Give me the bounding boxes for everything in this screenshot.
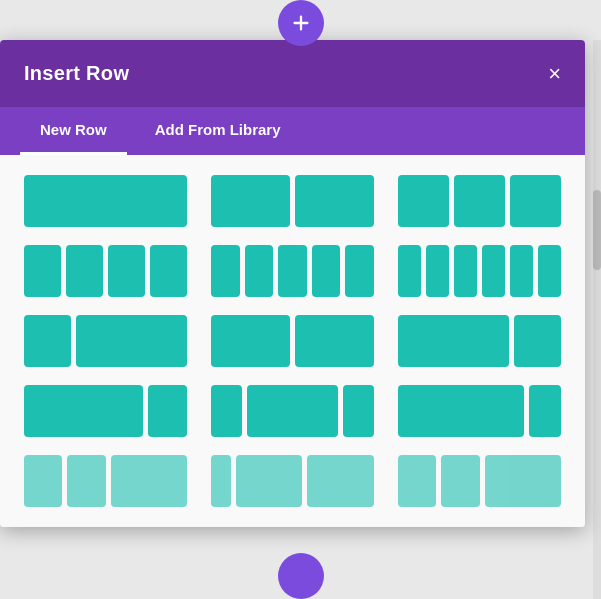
tab-new-row[interactable]: New Row: [20, 107, 127, 155]
col-block: [510, 245, 533, 297]
layout-row5-1[interactable]: [24, 455, 187, 507]
col-block: [398, 175, 449, 227]
col-block: [398, 385, 524, 437]
col-block: [295, 175, 374, 227]
close-button[interactable]: ×: [548, 63, 561, 85]
modal-header: Insert Row ×: [0, 40, 585, 107]
layout-wide-right[interactable]: [398, 385, 561, 437]
layout-2-1[interactable]: [398, 315, 561, 367]
col-block: [343, 385, 374, 437]
col-block: [398, 315, 509, 367]
col-block: [398, 455, 436, 507]
col-block: [307, 455, 374, 507]
col-block: [24, 385, 143, 437]
col-block: [247, 385, 339, 437]
col-block: [66, 245, 103, 297]
col-block: [211, 385, 242, 437]
col-block: [278, 245, 307, 297]
col-block: [24, 245, 61, 297]
modal-title: Insert Row: [24, 62, 129, 85]
col-block: [538, 245, 561, 297]
col-block: [312, 245, 341, 297]
col-block: [345, 245, 374, 297]
layout-options-grid: [24, 175, 561, 507]
col-block: [108, 245, 145, 297]
col-block: [514, 315, 561, 367]
layout-row5-2[interactable]: [211, 455, 374, 507]
scrollbar-thumb[interactable]: [593, 190, 601, 270]
layout-1-2[interactable]: [24, 315, 187, 367]
col-block: [211, 245, 240, 297]
col-block: [398, 245, 421, 297]
col-block: [150, 245, 187, 297]
col-block: [245, 245, 274, 297]
col-block: [510, 175, 561, 227]
layout-row5-3[interactable]: [398, 455, 561, 507]
col-block: [76, 315, 187, 367]
layout-6col[interactable]: [398, 245, 561, 297]
plus-icon: [290, 12, 312, 34]
col-block: [148, 385, 188, 437]
col-block: [454, 175, 505, 227]
layout-3col-uneven[interactable]: [211, 385, 374, 437]
layout-4col[interactable]: [24, 245, 187, 297]
col-block: [529, 385, 561, 437]
col-block: [441, 455, 479, 507]
modal-tabs: New Row Add From Library: [0, 107, 585, 155]
col-block: [236, 455, 303, 507]
col-block: [454, 245, 477, 297]
modal-content: [0, 155, 585, 527]
add-row-button-top[interactable]: [278, 0, 324, 46]
layout-5col[interactable]: [211, 245, 374, 297]
col-block: [24, 175, 187, 227]
col-block: [485, 455, 562, 507]
insert-row-modal: Insert Row × New Row Add From Library: [0, 40, 585, 527]
col-block: [295, 315, 374, 367]
layout-wide-narrow[interactable]: [24, 385, 187, 437]
scrollbar[interactable]: [593, 40, 601, 599]
col-block: [24, 315, 71, 367]
layout-2col[interactable]: [211, 175, 374, 227]
layout-narrow-wide-narrow[interactable]: [211, 315, 374, 367]
layout-1col[interactable]: [24, 175, 187, 227]
col-block: [211, 455, 231, 507]
col-block: [211, 315, 290, 367]
col-block: [111, 455, 188, 507]
bottom-add-button[interactable]: [278, 553, 324, 599]
col-block: [211, 175, 290, 227]
col-block: [24, 455, 62, 507]
col-block: [426, 245, 449, 297]
layout-3col[interactable]: [398, 175, 561, 227]
col-block: [67, 455, 105, 507]
col-block: [482, 245, 505, 297]
tab-add-from-library[interactable]: Add From Library: [135, 107, 301, 155]
